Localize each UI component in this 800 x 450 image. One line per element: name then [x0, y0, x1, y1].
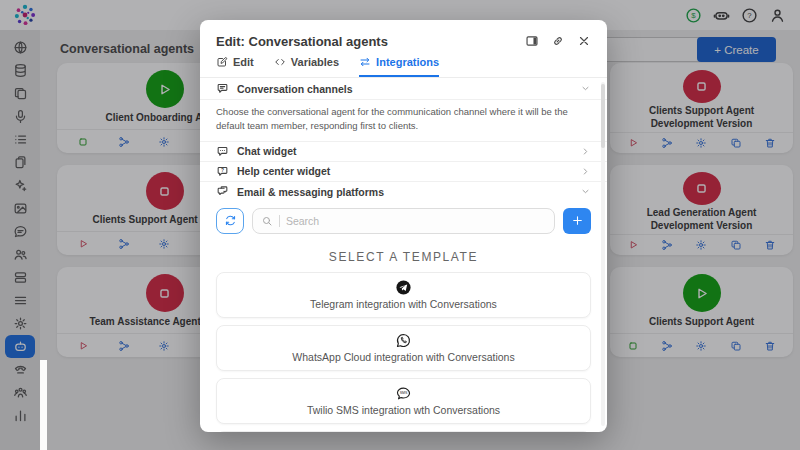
tab-edit[interactable]: Edit [216, 56, 254, 77]
sidebar-rail [40, 360, 47, 450]
integration-controls [200, 202, 607, 240]
whatsapp-icon [395, 332, 412, 349]
row-label: Help center widget [237, 165, 330, 177]
sms-icon: SMS [395, 385, 412, 402]
section-label: Conversation channels [237, 83, 353, 95]
help-bubble-icon: ? [216, 165, 229, 178]
row-label: Chat widget [237, 145, 297, 157]
tab-variables[interactable]: Variables [274, 56, 339, 77]
template-label: Telegram integration with Conversations [310, 298, 497, 310]
template-telegram[interactable]: Telegram integration with Conversations [216, 272, 591, 318]
telegram-icon [395, 279, 412, 296]
chevron-right-icon [580, 146, 591, 157]
edit-icon [216, 56, 228, 68]
template-label: Twilio SMS integration wth Conversations [307, 404, 500, 416]
tab-label: Edit [233, 56, 254, 68]
refresh-icon [224, 214, 237, 227]
side-panel-icon[interactable] [525, 34, 539, 48]
template-email[interactable] [216, 431, 591, 433]
search-divider [279, 215, 280, 227]
section-description: Choose the conversational agent for the … [200, 100, 607, 142]
chevron-down-icon [580, 186, 591, 197]
modal-header-actions [525, 34, 591, 48]
svg-text:SMS: SMS [400, 391, 408, 395]
template-twilio-sms[interactable]: SMS Twilio SMS integration wth Conversat… [216, 378, 591, 424]
tab-label: Variables [291, 56, 339, 68]
template-search [252, 208, 555, 234]
edit-agent-modal: Edit: Conversational agents Edit Variabl… [200, 20, 607, 432]
tab-label: Integrations [376, 56, 439, 68]
search-icon [261, 215, 273, 227]
close-icon[interactable] [577, 34, 591, 48]
chat-widget-icon [216, 145, 229, 158]
row-chat-widget[interactable]: Chat widget [200, 142, 607, 162]
chevron-down-icon [580, 83, 591, 94]
code-icon [274, 56, 286, 68]
chevron-right-icon [580, 166, 591, 177]
modal-header: Edit: Conversational agents [200, 20, 607, 50]
svg-text:?: ? [221, 168, 224, 173]
templates-heading: SELECT A TEMPLATE [200, 250, 607, 264]
integrations-icon [359, 56, 371, 68]
chat-bubble-icon [216, 82, 229, 95]
template-whatsapp[interactable]: WhatsApp Cloud integration with Conversa… [216, 325, 591, 371]
template-label: WhatsApp Cloud integration with Conversa… [292, 351, 514, 363]
row-label: Email & messaging platforms [237, 186, 384, 198]
template-search-input[interactable] [286, 215, 546, 227]
row-email-messaging[interactable]: Email & messaging platforms [200, 182, 607, 202]
modal-tabs: Edit Variables Integrations [200, 50, 607, 78]
app-root: $ ? Convers [0, 0, 800, 450]
refresh-button[interactable] [216, 208, 244, 234]
tab-integrations[interactable]: Integrations [359, 56, 439, 77]
messaging-bubbles-icon [216, 185, 229, 198]
add-integration-button[interactable] [563, 208, 591, 234]
template-list: Telegram integration with Conversations … [200, 272, 607, 433]
modal-scrollbar-thumb[interactable] [601, 84, 605, 148]
section-conversation-channels[interactable]: Conversation channels [200, 78, 607, 100]
plus-icon [571, 214, 584, 227]
row-help-center-widget[interactable]: ? Help center widget [200, 162, 607, 182]
modal-title: Edit: Conversational agents [216, 34, 388, 49]
link-icon[interactable] [551, 34, 565, 48]
